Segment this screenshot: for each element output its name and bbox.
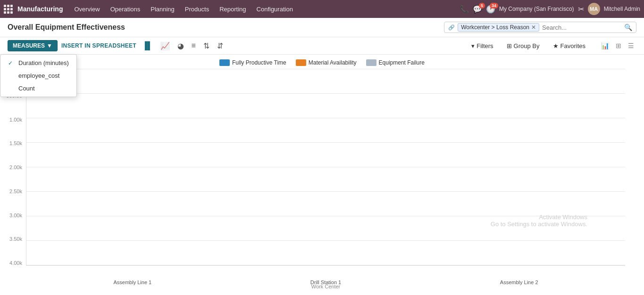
filter-group: ▾ Filters ⊞ Group By ★ Favorites (468, 41, 589, 51)
legend-label-ef: Equipment Failure (379, 59, 425, 66)
bars-area: Assembly Line 1 Drill Station 1 (26, 69, 625, 265)
top-navigation: Manufacturing Overview Operations Planni… (0, 0, 644, 18)
tag-icon: 🔗 (448, 25, 455, 31)
dropdown-item-label: Duration (minutes) (18, 59, 69, 66)
y-tick-2: 1.00k (9, 117, 22, 123)
y-tick-3: 1.50k (9, 140, 22, 146)
dropdown-item-duration[interactable]: ✓ Duration (minutes) (0, 57, 76, 69)
chat-badge: 5 (479, 3, 485, 8)
dropdown-item-employee-cost[interactable]: ✓ employee_cost (0, 69, 76, 82)
legend-material-availability: Material Availability (296, 59, 357, 66)
measures-dropdown: ✓ Duration (minutes) ✓ employee_cost ✓ C… (0, 54, 77, 97)
measures-label: MEASURES (13, 42, 45, 49)
y-tick-6: 3.00k (9, 213, 22, 218)
bar-group-assembly2: Assembly Line 2 (422, 69, 616, 265)
search-tag: Workcenter > Loss Reason ✕ (458, 23, 539, 32)
filters-button[interactable]: ▾ Filters (468, 41, 497, 51)
y-tick-5: 2.50k (9, 188, 22, 194)
bar-group-assembly1: Assembly Line 1 (36, 69, 229, 265)
groupby-button[interactable]: ⊞ Group By (503, 41, 544, 51)
groupby-icon: ⊞ (507, 42, 512, 49)
list-view-icon[interactable]: ☰ (626, 41, 636, 51)
nav-overview[interactable]: Overview (69, 4, 104, 15)
search-icon[interactable]: 🔍 (624, 24, 632, 31)
page-title: Overall Equipment Effectiveness (8, 23, 125, 32)
pie-chart-icon[interactable]: ◕ (176, 41, 186, 51)
pivot-icon[interactable]: ≡ (190, 41, 198, 51)
chart-inner: Assembly Line 1 Drill Station 1 (26, 69, 625, 266)
view-buttons: 📊 ⊞ ☰ (599, 41, 636, 51)
search-tag-remove[interactable]: ✕ (531, 24, 536, 31)
line-chart-icon[interactable]: 📈 (159, 41, 172, 51)
username[interactable]: Mitchell Admin (604, 6, 640, 12)
legend-equipment-failure: Equipment Failure (366, 59, 425, 66)
search-tag-text: Workcenter > Loss Reason (461, 24, 529, 31)
favorites-label: Favorites (560, 42, 585, 49)
chart-area: Fully Productive Time Material Availabil… (0, 55, 644, 289)
bar-group-drill1: Drill Station 1 (229, 69, 423, 265)
check-icon: ✓ (8, 60, 15, 66)
sort-asc-icon[interactable]: ⇅ (201, 41, 211, 51)
legend-color-ma (296, 59, 306, 66)
sort-desc-icon[interactable]: ⇵ (215, 41, 225, 51)
app-brand[interactable]: Manufacturing (17, 5, 63, 13)
legend-fully-productive: Fully Productive Time (219, 59, 286, 66)
legend-label-ma: Material Availability (309, 59, 357, 66)
legend-color-fpt (219, 59, 230, 66)
avatar[interactable]: MA (588, 3, 600, 15)
dropdown-item-label: Count (18, 85, 35, 92)
bar-view-icon[interactable]: 📊 (599, 41, 611, 51)
chart-body: 4.00k 3.50k 3.00k 2.50k 2.00k 1.50k 1.00… (0, 69, 644, 289)
dropdown-item-label: employee_cost (18, 72, 59, 79)
star-icon: ★ (553, 42, 559, 49)
y-tick-8: 4.00k (9, 260, 22, 266)
y-axis: 4.00k 3.50k 3.00k 2.50k 2.00k 1.50k 1.00… (0, 69, 26, 266)
nav-reporting[interactable]: Reporting (215, 4, 251, 15)
chat-icon[interactable]: 💬 5 (473, 5, 482, 14)
topnav-right: 📞 💬 5 🕐 34 My Company (San Francisco) ✂ … (460, 3, 640, 15)
insert-spreadsheet-button[interactable]: INSERT IN SPREADSHEET (61, 42, 136, 49)
nav-products[interactable]: Products (180, 4, 214, 15)
filters-label: Filters (477, 42, 493, 49)
company-name[interactable]: My Company (San Francisco) (499, 6, 574, 12)
search-bar: 🔗 Workcenter > Loss Reason ✕ 🔍 (444, 22, 636, 33)
legend-label-fpt: Fully Productive Time (232, 59, 286, 66)
chart-legend: Fully Productive Time Material Availabil… (0, 55, 644, 69)
subheader: Overall Equipment Effectiveness 🔗 Workce… (0, 18, 644, 37)
dropdown-item-count[interactable]: ✓ Count (0, 82, 76, 95)
phone-icon[interactable]: 📞 (460, 5, 469, 14)
groupby-label: Group By (514, 42, 540, 49)
toolbar: MEASURES ▼ ✓ Duration (minutes) ✓ employ… (0, 37, 644, 55)
tools-icon[interactable]: ✂ (578, 5, 584, 14)
favorites-button[interactable]: ★ Favorites (549, 41, 589, 51)
activity-badge: 34 (490, 3, 498, 8)
filter-icon: ▾ (471, 42, 475, 49)
y-tick-7: 3.50k (9, 236, 22, 242)
nav-operations[interactable]: Operations (106, 4, 145, 15)
top-menu: Overview Operations Planning Products Re… (69, 4, 457, 15)
measures-chevron-icon: ▼ (47, 42, 52, 49)
bar-chart-icon[interactable]: ▐▌ (140, 41, 155, 51)
grid-view-icon[interactable]: ⊞ (613, 41, 624, 51)
y-tick-4: 2.00k (9, 164, 22, 170)
search-input[interactable] (542, 24, 621, 31)
x-axis-label: Work Center (311, 284, 341, 289)
nav-planning[interactable]: Planning (146, 4, 179, 15)
measures-button[interactable]: MEASURES ▼ (8, 40, 58, 51)
nav-configuration[interactable]: Configuration (252, 4, 298, 15)
activity-icon[interactable]: 🕐 34 (486, 5, 495, 14)
apps-menu-icon[interactable] (4, 5, 13, 14)
legend-color-ef (366, 59, 376, 66)
